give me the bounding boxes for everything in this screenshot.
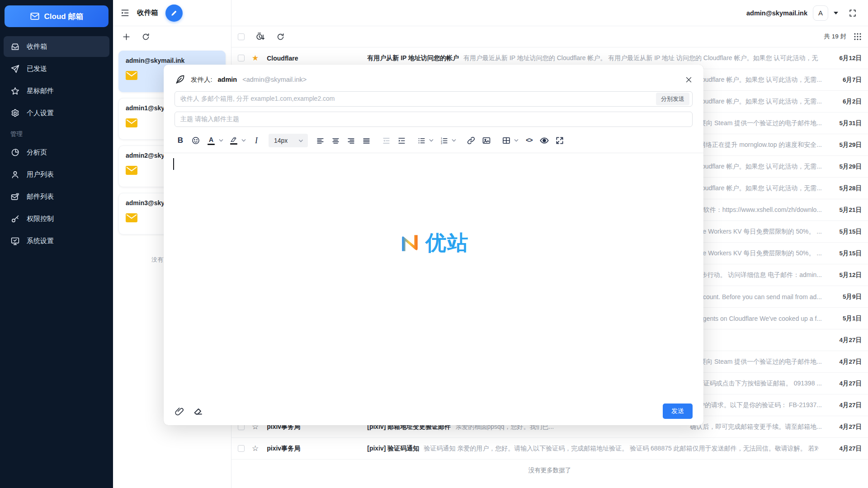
emoji-button[interactable] [188,134,203,147]
star-icon[interactable]: ☆ [252,445,259,452]
mail-list-icon [10,192,20,202]
sidebar-item-users[interactable]: 用户列表 [4,164,109,185]
account-dropdown-icon[interactable] [834,12,838,17]
logo-button[interactable]: Cloud 邮箱 [5,5,108,27]
email-date: 5月29日 [822,163,862,171]
bullet-list-button[interactable] [414,134,429,147]
email-preview-tail: 户的请求。以下是你的验证码： FB-21937... [695,401,822,409]
mailbox-title: 收件箱 [137,8,158,18]
recipients-input[interactable]: 收件人 多邮个箱用, 分开 example1.com,example2.com … [175,91,693,107]
compose-button[interactable] [165,5,183,22]
email-preview-tail: lare Workers KV 每日免费层限制的 50%。 ... [692,249,822,258]
send-button[interactable]: 发送 [663,404,693,419]
sidebar-nav: 收件箱 已发送 星标邮件 个人设置 管理 分析页 用户列表 [0,33,113,255]
add-account-icon[interactable] [122,33,131,41]
layout-grid-icon[interactable] [854,33,862,41]
align-left-button[interactable] [312,134,328,147]
font-size-value: 14px [274,137,288,144]
sidebar-item-sent[interactable]: 已发送 [4,58,109,79]
subject-input[interactable]: 主题 请输入邮件主题 [175,112,693,127]
email-preview-tail: Cloudflare 帐户。如果您 认可此活动，无需... [692,163,822,171]
sidebar-item-analytics[interactable]: 分析页 [4,142,109,163]
row-checkbox[interactable] [238,55,245,61]
collapse-menu-icon[interactable] [120,8,130,18]
preview-eye-button[interactable] [537,134,552,147]
compose-footer: 发送 [164,397,703,425]
email-date: 6月12日 [822,54,862,62]
recipients-placeholder: 收件人 多邮个箱用, 分开 example1.com,example2.com [180,95,335,103]
email-date: 4月27日 [822,445,862,453]
bold-button[interactable]: B [173,134,188,147]
editor-body[interactable]: 优站 [164,153,703,397]
insert-table-button[interactable] [499,134,514,147]
fullscreen-editor-button[interactable] [552,134,567,147]
bullet-list-chevron-icon[interactable] [427,139,435,142]
email-date: 6月2日 [822,98,862,106]
sidebar-item-starred[interactable]: 星标邮件 [4,80,109,101]
split-send-button[interactable]: 分别发送 [656,93,689,105]
highlight-button[interactable] [226,134,241,147]
email-text: 有用户从新 IP 地址访问您的帐户 有用户最近从新 IP 地址访问您的 Clou… [367,54,822,62]
paper-plane-icon [10,64,20,74]
code-view-button[interactable]: <> [521,134,537,147]
text-color-button[interactable]: A [203,134,219,147]
sort-by-time-icon[interactable] [255,32,265,42]
topbar-user-email: admin@skymail.ink [746,9,807,17]
row-checkbox[interactable] [238,445,245,452]
attachment-icon[interactable] [175,406,184,416]
fullscreen-icon[interactable] [848,9,857,18]
email-date: 4月27日 [822,358,862,366]
outdent-button[interactable] [378,134,394,147]
star-icon[interactable]: ★ [252,54,259,62]
sidebar-item-personal-settings[interactable]: 个人设置 [4,103,109,123]
email-row[interactable]: ☆ pixiv事务局 [pixiv] 验证码通知 验证码通知 亲爱的用户，您好。… [231,438,868,460]
monitor-check-icon [10,236,20,246]
email-date: 5月29日 [822,141,862,149]
font-size-select[interactable]: 14px [269,134,308,147]
sidebar-item-label: 已发送 [27,65,47,73]
email-sender: pixiv事务局 [267,445,367,453]
sidebar-item-system-settings[interactable]: 系统设置 [4,230,109,251]
sidebar-item-mail-list[interactable]: 邮件列表 [4,186,109,207]
align-center-button[interactable] [328,134,343,147]
email-date: 4月27日 [822,336,862,344]
italic-button[interactable]: I [249,134,264,147]
highlight-chevron-icon[interactable] [240,139,248,142]
mailbox-column-toolbar [113,26,231,47]
email-preview-tail: 验证码或点击下方按钮验证邮箱。 091398 ... [693,380,822,388]
compose-modal: 发件人: admin <admin@skymail.ink> 收件人 多邮个箱用… [164,65,703,425]
avatar[interactable]: A [813,5,828,21]
email-count-label: 共 19 封 [824,33,846,41]
ordered-list-button[interactable]: 123 [436,134,452,147]
user-icon [10,170,20,179]
email-preview: 验证码通知 亲爱的用户，您好。请输入以下验证码，完成邮箱地址验证。 验证码 68… [424,445,818,453]
topbar: admin@skymail.ink A [231,0,868,26]
close-icon[interactable] [685,76,693,84]
sidebar-item-permissions[interactable]: 权限控制 [4,208,109,229]
refresh-accounts-icon[interactable] [142,33,150,41]
email-date: 4月27日 [822,401,862,409]
email-subject: 有用户从新 IP 地址访问您的帐户 [367,54,459,62]
sidebar-section-label: 管理 [4,125,109,142]
align-right-button[interactable] [343,134,359,147]
inbox-icon [10,42,20,52]
refresh-list-icon[interactable] [276,33,285,41]
eraser-icon[interactable] [193,406,203,417]
link-button[interactable] [463,134,479,147]
email-date: 5月31日 [822,119,862,127]
email-subject: [pixiv] 验证码通知 [367,445,419,453]
indent-button[interactable] [394,134,409,147]
select-all-checkbox[interactable] [238,33,245,40]
sidebar-item-inbox[interactable]: 收件箱 [4,36,109,57]
email-date: 4月27日 [822,380,862,388]
ordered-list-chevron-icon[interactable] [450,139,458,142]
justify-button[interactable] [359,134,374,147]
insert-image-button[interactable] [479,134,494,147]
email-preview-tail: g agents on Cloudflare We've cooked up a… [690,315,822,322]
text-color-chevron-icon[interactable] [217,139,225,142]
email-date: 5月15日 [822,249,862,258]
pencil-icon [170,9,178,17]
star-outline-icon [10,86,20,96]
pie-chart-icon [10,148,20,157]
table-chevron-icon[interactable] [512,139,520,142]
